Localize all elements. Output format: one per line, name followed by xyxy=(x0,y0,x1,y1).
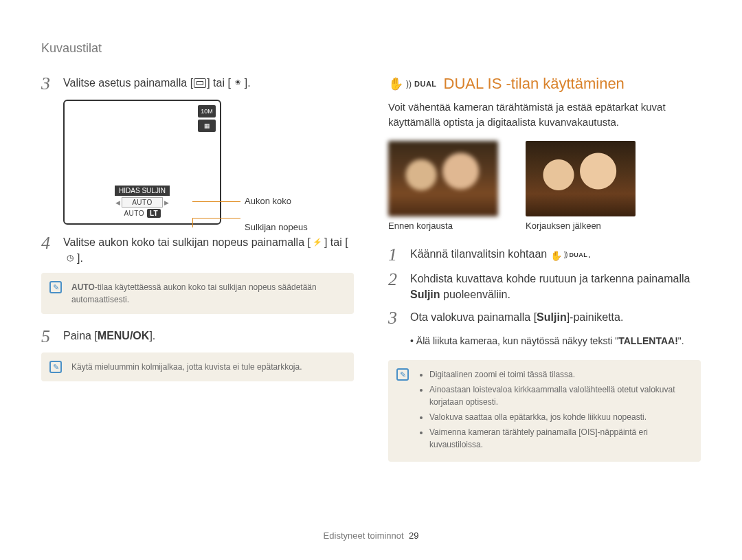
note-item: Vaimenna kameran tärähtely painamalla [O… xyxy=(429,426,691,451)
step-5: 5 Paina [MENU/OK]. xyxy=(41,328,354,346)
leader-line xyxy=(192,201,240,202)
step-text: Kohdista kuvattava kohde ruutuun ja tark… xyxy=(410,271,701,302)
right-step-3-bullet: Älä liikuta kameraa, kun näytössä näkyy … xyxy=(388,334,701,348)
step-4: 4 Valitse aukon koko tai sulkijan nopeus… xyxy=(41,234,354,266)
example-photos: Ennen korjausta Korjauksen jälkeen xyxy=(388,141,701,231)
waves-icon: )) xyxy=(564,250,567,260)
right-arrow-icon: ▶ xyxy=(164,199,169,206)
leader-line xyxy=(192,218,193,227)
lt-badge: LT xyxy=(147,209,160,218)
step-text: Valitse asetus painamalla [] tai []. xyxy=(63,75,251,91)
hand-icon: ✋ xyxy=(550,249,562,262)
page-footer: Edistyneet toiminnot 29 xyxy=(0,530,742,541)
flash-icon xyxy=(311,238,324,247)
step-number: 3 xyxy=(41,75,55,93)
callout-shutter: Sulkijan nopeus xyxy=(245,222,308,232)
note-auto: AUTO-tilaa käytettäessä aukon koko tai s… xyxy=(41,273,354,314)
macro-icon xyxy=(232,78,244,88)
step-number: 3 xyxy=(388,309,402,327)
quality-icon: ▦ xyxy=(198,120,216,132)
step-text: Ota valokuva painamalla [Suljin]-painike… xyxy=(410,309,623,325)
left-column: 3 Valitse asetus painamalla [] tai []. 1… xyxy=(41,75,354,475)
caption-before: Ennen korjausta xyxy=(388,221,498,231)
footer-section: Edistyneet toiminnot xyxy=(324,530,404,541)
step-3: 3 Valitse asetus painamalla [] tai []. xyxy=(41,75,354,93)
section-heading: DUAL IS -tilan käyttäminen xyxy=(444,75,625,93)
breadcrumb: Kuvaustilat xyxy=(41,41,701,56)
section-intro: Voit vähentää kameran tärähtämistä ja es… xyxy=(388,100,701,130)
page-number: 29 xyxy=(409,530,418,541)
note-item: Ainoastaan loistevaloa kirkkaammalla val… xyxy=(429,383,691,408)
photo-before xyxy=(388,141,498,216)
note-icon xyxy=(49,281,62,293)
callout-aperture: Aukon koko xyxy=(245,196,291,206)
note-icon xyxy=(396,368,409,381)
mode-label: HIDAS SULJIN xyxy=(115,186,170,196)
step-text: Paina [MENU/OK]. xyxy=(63,328,155,344)
section-title: ✋)) DUAL DUAL IS -tilan käyttäminen xyxy=(388,75,701,93)
hand-icon: ✋ xyxy=(388,76,403,91)
right-step-3: 3 Ota valokuva painamalla [Suljin]-paini… xyxy=(388,309,701,327)
step-number: 5 xyxy=(41,328,55,346)
dual-mode-icon: ✋))DUAL xyxy=(550,249,588,262)
lcd-side-icons: 10M ▦ xyxy=(198,105,216,132)
waves-icon: )) xyxy=(406,79,412,89)
step-number: 4 xyxy=(41,234,55,252)
shutter-value: AUTO xyxy=(124,210,144,217)
lcd-frame: 10M ▦ HIDAS SULJIN ◀ AUTO ▶ AUTO LT xyxy=(63,100,221,225)
right-step-2: 2 Kohdista kuvattava kohde ruutuun ja ta… xyxy=(388,271,701,302)
note-item: Valokuva saattaa olla epätarkka, jos koh… xyxy=(429,411,691,423)
aperture-value: AUTO xyxy=(122,197,163,208)
dual-mode-icon: ✋)) DUAL xyxy=(388,76,437,91)
note-item: Digitaalinen zoomi ei toimi tässä tilass… xyxy=(429,368,691,381)
step-number: 2 xyxy=(388,271,402,289)
step-text: Valitse aukon koko tai sulkijan nopeus p… xyxy=(63,234,354,266)
step-number: 1 xyxy=(388,246,402,264)
leader-line xyxy=(192,218,240,219)
timer-icon xyxy=(64,254,76,263)
lcd-menu: HIDAS SULJIN ◀ AUTO ▶ AUTO LT xyxy=(97,183,188,218)
note-tripod: Käytä mieluummin kolmijalkaa, jotta kuvi… xyxy=(41,352,354,381)
right-column: ✋)) DUAL DUAL IS -tilan käyttäminen Voit… xyxy=(388,75,701,475)
right-step-1: 1 Käännä tilanvalitsin kohtaan ✋))DUAL. xyxy=(388,246,701,264)
note-icon xyxy=(49,361,62,373)
display-icon xyxy=(194,78,206,88)
note-dual: Digitaalinen zoomi ei toimi tässä tilass… xyxy=(388,360,701,462)
camera-screen-diagram: 10M ▦ HIDAS SULJIN ◀ AUTO ▶ AUTO LT xyxy=(63,100,283,225)
caption-after: Korjauksen jälkeen xyxy=(526,221,636,231)
left-arrow-icon: ◀ xyxy=(115,199,120,206)
photo-after xyxy=(526,141,636,216)
resolution-icon: 10M xyxy=(198,105,216,117)
step-text: Käännä tilanvalitsin kohtaan ✋))DUAL. xyxy=(410,246,591,262)
